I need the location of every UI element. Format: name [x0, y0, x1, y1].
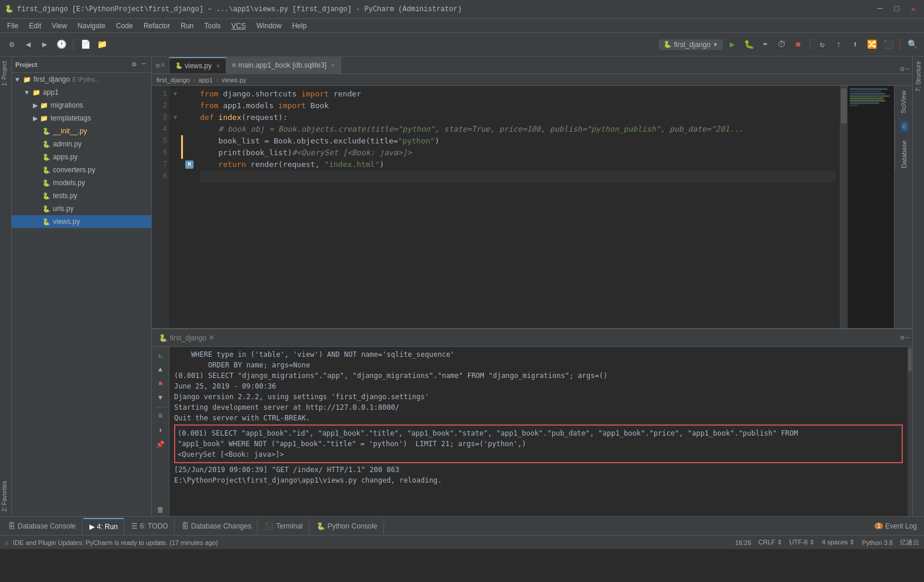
menu-run[interactable]: Run — [176, 21, 198, 31]
toolbar-folder-icon[interactable]: 📁 — [95, 38, 109, 52]
breadcrumb-root[interactable]: first_django — [156, 76, 190, 83]
tree-item-tests[interactable]: 🐍 tests.py — [12, 189, 151, 202]
status-encoding[interactable]: UTF-8 ⇕ — [789, 538, 815, 546]
database-label[interactable]: Database — [899, 138, 909, 170]
update-icon[interactable]: ↻ — [815, 38, 829, 52]
bottom-tab-todo[interactable]: ☰ 6: TODO — [125, 518, 175, 534]
toolbar-forward-icon[interactable]: ▶ — [38, 38, 52, 52]
minimize-button[interactable]: ─ — [874, 3, 886, 15]
window-controls[interactable]: ─ □ ✕ — [874, 3, 919, 15]
sciview-label[interactable]: SciView — [899, 88, 908, 116]
status-crlf[interactable]: CRLF ⇕ — [758, 538, 782, 546]
status-line-col[interactable]: 16:26 — [735, 539, 752, 546]
tab-settings-icon[interactable]: ⊞ — [156, 62, 160, 69]
run-stop-btn[interactable]: ■ — [154, 377, 167, 390]
scrollbar-thumb[interactable] — [841, 88, 847, 123]
profile-button[interactable]: ⏱ — [775, 38, 789, 52]
tab-toolbar-settings[interactable]: ⚙ — [900, 65, 905, 73]
tree-item-models[interactable]: 🐍 models.py — [12, 176, 151, 189]
tree-label-migrations: migrations — [51, 101, 83, 109]
tree-item-urls[interactable]: 🐍 urls.py — [12, 202, 151, 215]
tree-item-init[interactable]: 🐍 __init__.py — [12, 125, 151, 138]
db-panel-label[interactable]: db — [899, 121, 909, 132]
project-panel-options[interactable]: ⚙ — [131, 59, 138, 69]
menu-help[interactable]: Help — [288, 21, 312, 31]
toolbar-settings-icon[interactable]: ⚙ — [5, 38, 19, 52]
run-button[interactable]: ▶ — [725, 38, 739, 52]
status-cloud[interactable]: 亿速云 — [900, 538, 919, 547]
run-panel-minimize[interactable]: — — [906, 334, 910, 342]
breadcrumb-views[interactable]: views.py — [222, 76, 246, 83]
tree-item-apps[interactable]: 🐍 apps.py — [12, 150, 151, 163]
bottom-tab-terminal[interactable]: ⬛ Terminal — [259, 518, 309, 534]
fold-3[interactable]: ▼ — [174, 115, 177, 121]
tree-item-views[interactable]: 🐍 views.py — [12, 215, 151, 228]
stop-button[interactable]: ■ — [791, 38, 805, 52]
menu-file[interactable]: File — [2, 21, 23, 31]
run-pin-btn[interactable]: 📌 — [154, 438, 167, 451]
structure-panel-tab[interactable]: 7: Structure — [914, 56, 923, 96]
run-scroll-up[interactable]: ▲ — [154, 363, 167, 376]
status-ide-update[interactable]: IDE and Plugin Updates: PyCharm is ready… — [13, 539, 218, 546]
toolbar-recent-icon[interactable]: 🕐 — [54, 38, 68, 52]
bottom-tab-db-console[interactable]: 🗄 Database Console — [2, 518, 82, 534]
run-trash-btn[interactable]: 🗑 — [154, 503, 167, 516]
project-panel-tab[interactable]: 1: Project — [0, 56, 11, 91]
tree-item-converters[interactable]: 🐍 converters.py — [12, 163, 151, 176]
close-button[interactable]: ✕ — [908, 3, 919, 15]
tab-views-py[interactable]: 🐍 views.py ✕ — [169, 57, 226, 73]
menu-refactor[interactable]: Refactor — [139, 21, 175, 31]
bottom-tab-run[interactable]: ▶ 4: Run — [84, 518, 124, 534]
tree-item-templatetags[interactable]: ▶ 📁 templatetags — [12, 112, 151, 125]
tab-split-icon[interactable]: ≡ — [161, 62, 165, 69]
search-icon[interactable]: 🔍 — [905, 38, 919, 52]
menu-navigate[interactable]: Navigate — [73, 21, 110, 31]
tree-item-admin[interactable]: 🐍 admin.py — [12, 138, 151, 150]
event-log-btn[interactable]: 1 Event Log — [870, 521, 922, 531]
coverage-button[interactable]: ☂ — [758, 38, 772, 52]
toolbar-file-icon[interactable]: 📄 — [78, 38, 92, 52]
menu-view[interactable]: View — [47, 21, 72, 31]
menu-window[interactable]: Window — [252, 21, 286, 31]
status-indent[interactable]: 4 spaces ⇕ — [822, 538, 855, 546]
tab-toolbar-minimize[interactable]: — — [906, 65, 910, 73]
breadcrumb-app1[interactable]: app1 — [198, 76, 212, 83]
vcs-icon[interactable]: 🔀 — [865, 38, 879, 52]
run-panel-settings[interactable]: ⚙ — [900, 333, 905, 342]
tree-item-app1[interactable]: ▼ 📁 app1 — [12, 86, 151, 99]
terminal-icon[interactable]: ⬛ — [881, 38, 895, 52]
bottom-tab-db-changes[interactable]: 🗄 Database Changes — [176, 518, 258, 534]
toolbar-back-icon[interactable]: ◀ — [21, 38, 35, 52]
run-tab[interactable]: 🐍 first_django ✕ — [152, 329, 221, 346]
debug-button[interactable]: 🐛 — [742, 38, 756, 52]
views-tab-close[interactable]: ✕ — [216, 62, 220, 69]
db-tab-close[interactable]: ✕ — [331, 62, 335, 69]
run-restart-btn[interactable]: ↻ — [154, 349, 167, 362]
project-panel-close[interactable]: — — [140, 59, 148, 69]
run-filter-btn[interactable]: ⬆ — [154, 424, 167, 437]
push-icon[interactable]: ⬆ — [848, 38, 862, 52]
run-tab-close[interactable]: ✕ — [209, 334, 214, 342]
editor-scrollbar[interactable] — [840, 86, 847, 328]
tab-db-sqlite[interactable]: ⊞ main.app1_book [db.sqlite3] ✕ — [226, 57, 341, 73]
tree-item-migrations[interactable]: ▶ 📁 migrations — [12, 99, 151, 112]
run-scroll-down[interactable]: ▼ — [154, 392, 167, 404]
run-wrap-btn[interactable]: ≡ — [154, 410, 167, 423]
fold-1[interactable]: ▼ — [174, 91, 177, 98]
menu-tools[interactable]: Tools — [199, 21, 225, 31]
bottom-tab-python-console[interactable]: 🐍 Python Console — [311, 518, 384, 534]
status-bar-left: ⚠ IDE and Plugin Updates: PyCharm is rea… — [5, 539, 218, 546]
menu-code[interactable]: Code — [111, 21, 138, 31]
commit-icon[interactable]: ↑ — [832, 38, 846, 52]
code-editor[interactable]: from django.shortcuts import render from… — [195, 86, 840, 328]
menu-vcs[interactable]: VCS — [226, 21, 251, 31]
run-scrollbar[interactable] — [908, 347, 912, 516]
maximize-button[interactable]: □ — [890, 3, 902, 15]
server-url-link[interactable]: http://127.0.0.1:8000/ — [306, 403, 399, 412]
menu-edit[interactable]: Edit — [24, 21, 46, 31]
favorites-panel-tab[interactable]: 2: Favorites — [0, 476, 11, 516]
tree-item-first-django[interactable]: ▼ 📁 first_django E:\Pytho... — [12, 73, 151, 86]
status-python[interactable]: Python 3.6 — [862, 539, 893, 546]
run-scrollbar-thumb[interactable] — [908, 348, 912, 372]
run-config-selector[interactable]: 🐍 first_django ▼ — [659, 39, 723, 50]
